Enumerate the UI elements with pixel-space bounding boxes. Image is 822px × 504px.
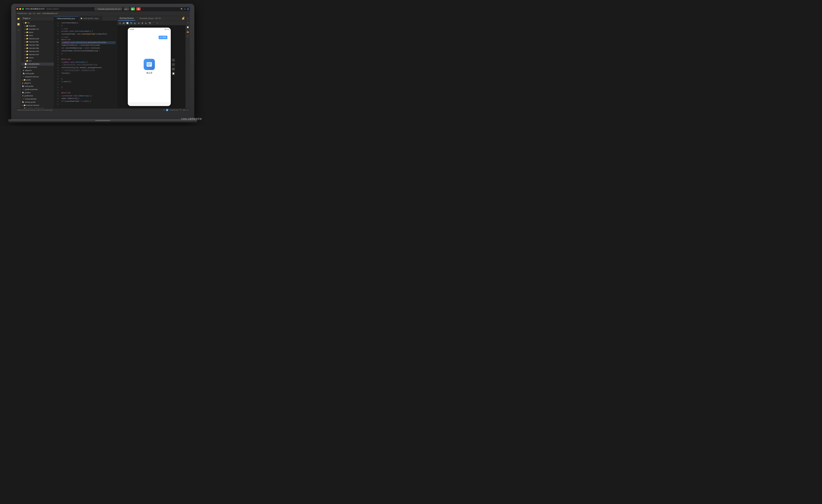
right-sidebar-btn-2[interactable]: ⟲ (186, 21, 189, 24)
rotate-btn[interactable]: 🔄 (126, 21, 129, 24)
device-tab-running[interactable]: Running Devices (118, 16, 135, 21)
settings-icon[interactable]: ⚙ (184, 8, 186, 10)
line-num-52: 52 (54, 75, 60, 78)
tree-item-values[interactable]: ▶ 📁 values (21, 56, 54, 59)
tree-item-gradlew[interactable]: 🐘 gradlew (21, 91, 54, 94)
line-num-35: 35 (54, 22, 60, 24)
more-device-btn[interactable]: ⋮ (159, 21, 162, 24)
screenshot-btn[interactable]: 📷 (130, 21, 133, 24)
sidebar-more-icon[interactable]: ••• (17, 28, 20, 32)
tree-item-drawable[interactable]: ▶ 📁 drawable (21, 24, 54, 28)
app-dropdown-icon: ▾ (127, 8, 128, 10)
code-line-60: super.onDestroy(); (61, 97, 116, 100)
tree-item-local-props[interactable]: </> local.properties (21, 97, 54, 101)
tree-item-androidmanifest[interactable]: 📄 AndroidManifest (21, 63, 54, 66)
refresh-btn[interactable]: ↩ (156, 21, 159, 24)
project-dropdown-icon[interactable]: ▾ (29, 17, 30, 19)
toolbar-center: 📱 Resizable_Experimental_API_33 ▾ app ▾ … (59, 7, 180, 10)
line-num-60: 60 (54, 97, 60, 100)
tree-item-mipmap-mdpi[interactable]: ▶ 📁 mipmap-mdpi (21, 43, 54, 47)
tv-btn[interactable]: 📺 (133, 21, 136, 24)
device-tab-resizable[interactable]: 📱 Resizable (Exper...API 33 × (135, 16, 164, 21)
status-project-name: Android-note (169, 109, 178, 111)
tree-item-xml[interactable]: ▶ 📁 xml (21, 59, 54, 63)
tree-item-proguard[interactable]: 🛡 proguard-rules.pro (21, 75, 54, 78)
tree-item-mipmap-hdpi[interactable]: ▶ 📁 mipmap-hdpi (21, 40, 54, 43)
right-sidebar-btn-1[interactable]: ≡ (186, 17, 189, 20)
user-icon[interactable]: 👤 (187, 8, 189, 10)
camera2-btn[interactable]: 📷 (148, 21, 151, 24)
screenshot2-btn[interactable]: 📋 (172, 72, 175, 75)
tab-build-gradle[interactable]: 🐘 build.gradle (:app) × (79, 16, 102, 21)
code-line-51: finish(); (61, 72, 116, 75)
right-sidebar-btn-3[interactable]: 📋 (186, 26, 189, 29)
tree-item-mipmap-anyd[interactable]: ▶ 📁 mipmap-anyd (21, 37, 54, 40)
power-btn[interactable]: ⏻ (118, 21, 121, 24)
code-line-43: tvCountdown.setText(secondsRemaining + (61, 50, 116, 52)
breadcrumb-root[interactable]: Android-note (17, 13, 27, 14)
line-num-41: 41 (54, 44, 60, 47)
tree-item-build-gradle[interactable]: 🐘 build.gradle (21, 72, 54, 75)
minimize-button[interactable] (19, 8, 21, 10)
device-icon: 📱 (96, 8, 97, 10)
tree-item-gradlew-bat[interactable]: 🖥 gradlew.bat (21, 94, 54, 97)
code-line-42: int secondsRemaining = (int) (millisUn (61, 47, 116, 50)
tree-item-res[interactable]: ▼ 📁 res (21, 21, 54, 24)
breadcrumb-main[interactable]: main (37, 13, 41, 14)
tree-item-drawable-v24[interactable]: ▶ 📁 drawable-v24 (21, 28, 54, 31)
editor-tab-menu[interactable]: ⋮ (113, 18, 117, 21)
tab-welcome-activity[interactable]: J WelcomeActivity.java × (54, 16, 79, 21)
zoom-in-btn[interactable]: + (172, 59, 175, 62)
zoom-out-btn[interactable]: − (172, 63, 175, 66)
sidebar-vcs-icon[interactable]: 🔀 (17, 23, 20, 26)
phone-splash-button[interactable]: 2s | 跳转 (158, 36, 167, 39)
right-sidebar-btn-4[interactable]: 📤 (186, 30, 189, 33)
vcs-label[interactable]: version control ▾ (46, 8, 59, 10)
tree-item-test[interactable]: ▶ 📁 test [unitTest] (21, 66, 54, 69)
app-selector[interactable]: app ▾ (124, 7, 129, 10)
tree-item-build-gradle-root[interactable]: 🐘 build.gradle (21, 85, 54, 88)
code-content[interactable]: startCountdown(); } 1 usage private void… (60, 21, 117, 108)
resizable-tab-close[interactable]: × (161, 17, 162, 19)
tab-close-gradle[interactable]: × (99, 18, 100, 19)
forward-btn[interactable]: ▶ (144, 21, 147, 24)
maximize-button[interactable] (22, 8, 24, 10)
tree-item-mipmap-xxxh[interactable]: ▶ 📁 mipmap-xxxh (21, 53, 54, 56)
line-num-44: 44 (54, 52, 60, 55)
tree-item-settings-gradle[interactable]: 🐘 settings.gradle (21, 101, 54, 104)
run-button[interactable]: ▶ (131, 7, 135, 10)
tab-close-welcome[interactable]: × (76, 18, 77, 19)
volume-btn[interactable]: 🔊 (122, 21, 125, 24)
tree-item-external-libs[interactable]: ▶ 📁 External Libraries (21, 104, 54, 107)
right-sidebar-btn-5[interactable]: </> (186, 35, 189, 38)
tree-item-gradle-props[interactable]: </> gradle.properties (21, 88, 54, 91)
phone-app-icon (144, 59, 155, 70)
tree-item-menu[interactable]: ▶ 📁 menu (21, 34, 54, 37)
phone-btn[interactable]: 📱 (152, 21, 155, 24)
code-editor[interactable]: 35 36 37 38 39 40 41 42 43 44 (54, 21, 117, 108)
tree-item-mipmap-xxhd[interactable]: ▶ 📁 mipmap-xxhd (21, 50, 54, 53)
sidebar-project-icon[interactable]: 📁 (17, 17, 20, 21)
device-selector[interactable]: 📱 Resizable_Experimental_API_33 ▾ (95, 7, 122, 10)
stop-button[interactable]: ■ (136, 7, 140, 10)
tree-item-mipmap-xhdp[interactable]: ▶ 📁 mipmap-xhdp (21, 47, 54, 50)
zoom-fit-btn[interactable]: ⊡ (172, 68, 175, 71)
project-panel: Project ▾ ▼ 📁 res ▶ 📁 drawab (21, 16, 54, 108)
breadcrumb-file[interactable]: AndroidManifest.xml (42, 13, 57, 14)
stop-device-btn[interactable]: ⏹ (141, 21, 144, 24)
tree-item-layout[interactable]: ▶ 📁 layout (21, 31, 54, 34)
tree-item-gitignore2[interactable]: ◆ .gitignore (21, 82, 54, 85)
left-sidebar: 📁 🔀 ••• (16, 16, 21, 108)
code-line-45 (61, 55, 116, 58)
tree-item-gitignore[interactable]: ◆ .gitignore (21, 69, 54, 72)
phone-signal: 3G ▲ (164, 28, 169, 30)
tree-item-scratches[interactable]: ▶ 📁 Scratches and Consoles (21, 107, 54, 108)
tree-item-gradle-dir[interactable]: ▶ 📁 gradle (21, 78, 54, 82)
more-actions-icon[interactable]: ⋮ (143, 8, 144, 10)
close-button[interactable] (16, 8, 18, 10)
traffic-lights (16, 8, 24, 10)
search-icon[interactable]: 🔍 (181, 8, 183, 10)
breadcrumb-src[interactable]: src (33, 13, 35, 14)
breadcrumb-app[interactable]: app (29, 13, 31, 14)
back-btn[interactable]: ◀ (137, 21, 140, 24)
